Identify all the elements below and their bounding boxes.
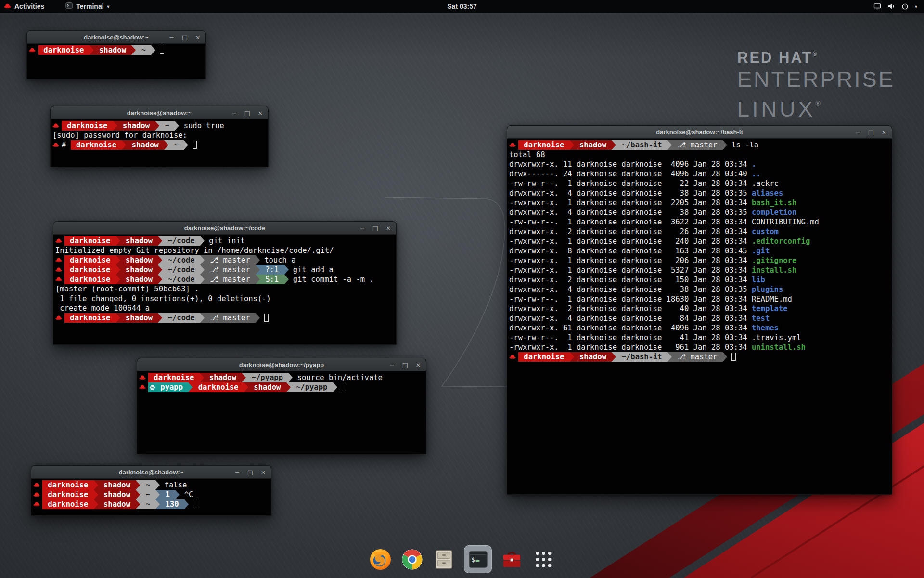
- window-title: darknoise@shadow:~/bash-it: [656, 129, 743, 136]
- terminal-content[interactable]: darknoise shadow ~/bash-it ⎇ master ls -…: [507, 139, 892, 494]
- terminal-content[interactable]: darknoise shadow ~ false darknoise shado…: [31, 479, 271, 515]
- window-title: darknoise@shadow:~: [127, 109, 192, 117]
- prompt-segment-user: darknoise: [62, 121, 113, 131]
- terminal-line: darknoise shadow ~/code ⎇ master touch a: [55, 255, 396, 265]
- toolbox-icon[interactable]: [500, 548, 524, 571]
- window-titlebar[interactable]: darknoise@shadow:~/code−□×: [53, 222, 396, 235]
- maximize-button[interactable]: □: [402, 362, 409, 368]
- minimize-button[interactable]: −: [234, 469, 241, 475]
- terminal-text: .editorconfig: [752, 237, 810, 246]
- powerline-arrow: [256, 313, 260, 323]
- terminal-content[interactable]: darknoise shadow ~: [27, 44, 205, 79]
- minimize-button[interactable]: −: [855, 129, 861, 135]
- maximize-button[interactable]: □: [247, 469, 254, 475]
- terminal-line: [sudo] password for darknoise:: [52, 131, 268, 140]
- terminal-text: aliases: [752, 189, 783, 197]
- prompt-segment-venv: pyapp: [148, 382, 188, 392]
- terminal-window[interactable]: darknoise@shadow:~/bash-it−□× darknoise …: [507, 125, 892, 495]
- window-titlebar[interactable]: darknoise@shadow:~−□×: [51, 106, 268, 119]
- maximize-button[interactable]: □: [868, 129, 874, 135]
- powerline-arrow: [175, 490, 180, 499]
- powerline-arrow: [94, 499, 98, 509]
- terminal-content[interactable]: darknoise shadow ~ sudo true[sudo] passw…: [51, 119, 268, 167]
- maximize-button[interactable]: □: [181, 34, 188, 40]
- terminal-window[interactable]: darknoise@shadow:~/pyapp−□× darknoise sh…: [137, 358, 426, 454]
- prompt-segment-host: shadow: [204, 373, 242, 382]
- terminal-text: #: [62, 141, 71, 149]
- prompt-segment-host: shadow: [574, 140, 612, 150]
- window-titlebar[interactable]: darknoise@shadow:~/pyapp−□×: [137, 358, 426, 371]
- window-titlebar[interactable]: darknoise@shadow:~−□×: [31, 466, 271, 479]
- powerline-arrow: [116, 265, 120, 275]
- close-button[interactable]: ×: [881, 129, 887, 135]
- terminal-text: drwx------. 24 darknoise darknoise 4096 …: [509, 170, 752, 178]
- close-button[interactable]: ×: [260, 469, 267, 475]
- prompt-segment-exit: 130: [160, 499, 184, 509]
- firefox-icon[interactable]: [369, 548, 392, 571]
- chevron-down-icon: ▾: [915, 4, 917, 9]
- powerline-arrow: [155, 480, 160, 490]
- terminal-window[interactable]: darknoise@shadow:~/code−□× darknoise sha…: [53, 221, 397, 345]
- powerline-arrow: [184, 499, 189, 509]
- prompt-segment-host: shadow: [98, 480, 136, 490]
- maximize-button[interactable]: □: [244, 110, 251, 116]
- minimize-button[interactable]: −: [168, 34, 175, 40]
- terminal-text: install.sh: [752, 266, 796, 275]
- system-status-area[interactable]: ▾: [869, 0, 922, 13]
- terminal-line: drwxrwxr-x. 61 darknoise darknoise 4096 …: [509, 323, 892, 333]
- chrome-icon[interactable]: [400, 548, 424, 571]
- terminal-line: darknoise shadow ~: [29, 45, 205, 55]
- powerline-arrow: [90, 45, 94, 55]
- terminal-window[interactable]: darknoise@shadow:~−□× darknoise shadow ~…: [50, 106, 269, 167]
- terminal-cursor: [264, 314, 269, 322]
- terminal-line: drwxrwxr-x. 4 darknoise darknoise 38 Jan…: [509, 285, 892, 294]
- terminal-window[interactable]: darknoise@shadow:~−□× darknoise shadow ~…: [31, 465, 271, 516]
- close-button[interactable]: ×: [257, 110, 264, 116]
- prompt-segment-git: ⎇ master: [205, 275, 256, 284]
- terminal-text: template: [752, 304, 788, 313]
- minimize-button[interactable]: −: [231, 110, 238, 116]
- terminal-text: .git: [752, 247, 770, 255]
- maximize-button[interactable]: □: [372, 225, 379, 231]
- prompt-segment-user: darknoise: [64, 265, 116, 275]
- redhat-prompt-icon: [52, 121, 62, 131]
- terminal-text: git init: [205, 236, 245, 245]
- prompt-segment-path: ~: [159, 121, 175, 131]
- terminal-content[interactable]: darknoise shadow ~/code git initInitiali…: [53, 235, 396, 344]
- powerline-arrow: [200, 373, 204, 382]
- app-grid-icon[interactable]: [532, 548, 555, 571]
- terminal-window[interactable]: darknoise@shadow:~−□× darknoise shadow ~: [26, 30, 206, 79]
- powerline-arrow: [612, 352, 616, 362]
- prompt-segment-path: ~/code: [162, 255, 200, 265]
- files-icon[interactable]: [432, 548, 456, 571]
- window-title: darknoise@shadow:~: [84, 34, 148, 41]
- window-titlebar[interactable]: darknoise@shadow:~/bash-it−□×: [507, 126, 892, 139]
- terminal-line: Initialized empty Git repository in /hom…: [55, 246, 396, 255]
- prompt-segment-path: ~/pyapp: [291, 382, 333, 392]
- powerline-arrow: [122, 140, 126, 150]
- app-menu-terminal[interactable]: Terminal ▾: [61, 0, 114, 13]
- prompt-segment-path: ~: [140, 480, 155, 490]
- window-titlebar[interactable]: darknoise@shadow:~−□×: [27, 31, 205, 44]
- terminal-text: total 68: [509, 150, 545, 159]
- minimize-button[interactable]: −: [359, 225, 366, 231]
- terminal-line: darknoise shadow ~/bash-it ⎇ master ls -…: [509, 140, 892, 150]
- terminal-content[interactable]: darknoise shadow ~/pyapp source bin/acti…: [137, 371, 426, 454]
- terminal-cursor: [192, 141, 197, 149]
- activities-button[interactable]: Activities: [0, 0, 49, 13]
- close-button[interactable]: ×: [415, 362, 422, 368]
- window-title: darknoise@shadow:~/code: [184, 224, 265, 232]
- minimize-button[interactable]: −: [389, 362, 396, 368]
- terminal-text: ..: [752, 170, 761, 178]
- close-button[interactable]: ×: [385, 225, 392, 231]
- terminal-line: -rwxrwxr-x. 1 darknoise darknoise 2205 J…: [509, 198, 892, 208]
- prompt-segment-host: shadow: [120, 236, 158, 246]
- clock[interactable]: Sat 03:57: [447, 0, 476, 13]
- powerline-arrow: [256, 265, 260, 275]
- terminal-text: drwxrwxr-x. 4 darknoise darknoise 84 Jan…: [509, 314, 752, 323]
- close-button[interactable]: ×: [194, 34, 201, 40]
- terminal-icon[interactable]: $: [464, 545, 492, 573]
- display-icon: [873, 3, 881, 10]
- terminal-line: darknoise shadow ~/code ⎇ master S:1 git…: [55, 275, 396, 284]
- prompt-segment-user: darknoise: [148, 373, 200, 382]
